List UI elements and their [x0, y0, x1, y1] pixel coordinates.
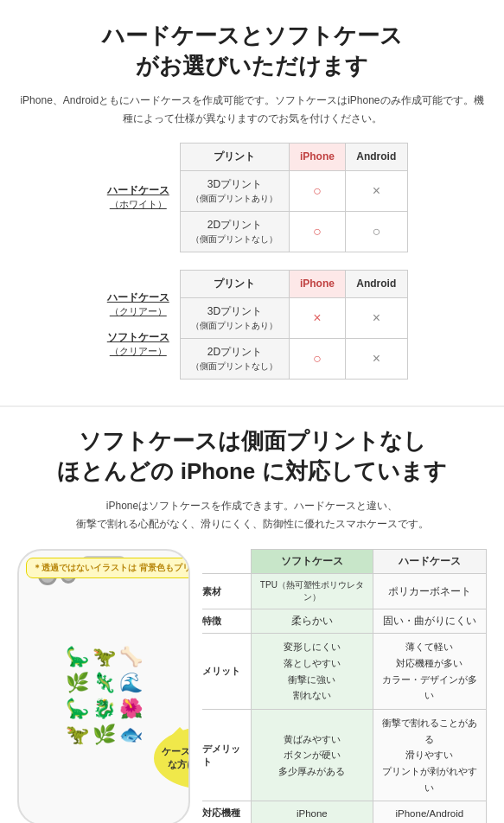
- table1-col-print: プリント: [181, 143, 290, 170]
- soft-device: iPhone: [252, 801, 373, 823]
- table1-col-iphone: iPhone: [289, 143, 345, 170]
- hard-case-header: ハードケース: [373, 550, 486, 574]
- table2-row2-android: ×: [346, 338, 407, 379]
- dino-emoji-1: 🦕: [66, 646, 89, 668]
- content-row: ＊透過ではないイラストは 背景色もプリント 🦕 🦖 🦴 🌿 🦎 🌊 🦕 🐉 🌺 …: [17, 549, 487, 823]
- empty-cell: [202, 550, 252, 574]
- soft-table-wrap: ソフトケース ハードケース 素材 TPU（熱可塑性ポリウレタン） ポリカーボネー…: [202, 549, 487, 823]
- comparison-table2: ハードケース （クリアー） ソフトケース （クリアー） プリント iPhone …: [97, 270, 408, 380]
- table-row: 対応機種 iPhone iPhone/Android: [202, 801, 487, 823]
- phone-image: ＊透過ではないイラストは 背景色もプリント 🦕 🦖 🦴 🌿 🦎 🌊 🦕 🐉 🌺 …: [17, 549, 190, 823]
- soft-hard-comparison-table: ソフトケース ハードケース 素材 TPU（熱可塑性ポリウレタン） ポリカーボネー…: [202, 549, 487, 823]
- row-label-material: 素材: [202, 574, 252, 609]
- dino-emoji-4: 🌿: [66, 672, 89, 694]
- table2-row1-android: ×: [346, 297, 407, 338]
- soft-case-header: ソフトケース: [252, 550, 373, 574]
- table2-row2-iphone: ○: [289, 338, 345, 379]
- row-label-merit: メリット: [202, 634, 252, 710]
- section2-description: iPhoneはソフトケースを作成できます。ハードケースと違い、 衝撃で割れる心配…: [17, 497, 487, 533]
- table2-row2-print: 2Dプリント（側面プリントなし）: [181, 338, 290, 379]
- table1-row1-android: ×: [346, 170, 407, 211]
- phone-area: ＊透過ではないイラストは 背景色もプリント 🦕 🦖 🦴 🌿 🦎 🌊 🦕 🐉 🌺 …: [17, 549, 190, 823]
- dino-emoji-6: 🌊: [119, 672, 143, 694]
- comparison-table1: ハードケース （ホワイト） プリント iPhone Android 3Dプリント…: [97, 143, 408, 252]
- table1-left-label: ハードケース （ホワイト）: [97, 143, 181, 252]
- dino-emoji-7: 🦕: [66, 698, 89, 720]
- table2-block: ハードケース （クリアー） ソフトケース （クリアー） プリント iPhone …: [17, 270, 487, 380]
- dino-emoji-9: 🌺: [119, 698, 143, 720]
- section2: ソフトケースは側面プリントなし ほとんどの iPhone に対応しています iP…: [0, 405, 504, 823]
- section1-title: ハードケースとソフトケース がお選びいただけます: [17, 21, 487, 81]
- section2-title: ソフトケースは側面プリントなし ほとんどの iPhone に対応しています: [17, 426, 487, 487]
- dino-emoji-8: 🐉: [93, 698, 116, 720]
- phone-sticker-note: ＊透過ではないイラストは 背景色もプリント: [26, 558, 190, 578]
- dino-collage: 🦕 🦖 🦴 🌿 🦎 🌊 🦕 🐉 🌺 🦖 🌿 🐟: [57, 620, 151, 755]
- table1-row1-iphone: ○: [289, 170, 345, 211]
- row-label-demerit: デメリット: [202, 709, 252, 801]
- hard-merit: 薄くて軽い対応機種が多いカラー・デザインが多い: [373, 634, 486, 710]
- hard-material: ポリカーボネート: [373, 574, 486, 609]
- dino-emoji-10: 🦖: [66, 724, 89, 746]
- soft-material: TPU（熱可塑性ポリウレタン）: [252, 574, 373, 609]
- dino-emoji-5: 🦎: [93, 672, 116, 694]
- table2-row1-print: 3Dプリント（側面プリントあり）: [181, 297, 290, 338]
- section1: ハードケースとソフトケース がお選びいただけます iPhone、Androidと…: [0, 0, 504, 405]
- dino-emoji-12: 🐟: [119, 724, 143, 746]
- table-row: デメリット 黄ばみやすいボタンが硬い多少厚みがある 衝撃で割れることがある滑りや…: [202, 709, 487, 801]
- table1-row2-print: 2Dプリント（側面プリントなし）: [181, 211, 290, 252]
- table1-row2-iphone: ○: [289, 211, 345, 252]
- hard-demerit: 衝撃で割れることがある滑りやすいプリントが剥がれやすい: [373, 709, 486, 801]
- soft-merit: 変形しにくい落としやすい衝撃に強い割れない: [252, 634, 373, 710]
- balloon-callout: ケースの脱着が 苦手な方におすすめ。: [154, 727, 190, 789]
- table2-row1-iphone: ×: [289, 297, 345, 338]
- table2-left-label: ハードケース （クリアー） ソフトケース （クリアー）: [97, 270, 181, 379]
- hard-feature: 固い・曲がりにくい: [373, 609, 486, 634]
- soft-demerit: 黄ばみやすいボタンが硬い多少厚みがある: [252, 709, 373, 801]
- section1-description: iPhone、Androidともにハードケースを作成可能です。ソフトケースはiP…: [17, 92, 487, 127]
- dino-emoji-11: 🌿: [93, 724, 116, 746]
- table2-col-android: Android: [346, 270, 407, 297]
- table1-block: ハードケース （ホワイト） プリント iPhone Android 3Dプリント…: [17, 143, 487, 252]
- dino-emoji-2: 🦖: [93, 646, 116, 668]
- table2-col-iphone: iPhone: [289, 270, 345, 297]
- table1-col-android: Android: [346, 143, 407, 170]
- table-row: 素材 TPU（熱可塑性ポリウレタン） ポリカーボネート: [202, 574, 487, 609]
- table-row: 特徴 柔らかい 固い・曲がりにくい: [202, 609, 487, 634]
- table1-row1-print: 3Dプリント（側面プリントあり）: [181, 170, 290, 211]
- dino-emoji-3: 🦴: [119, 646, 143, 668]
- row-label-feature: 特徴: [202, 609, 252, 634]
- row-label-device: 対応機種: [202, 801, 252, 823]
- hard-device: iPhone/Android: [373, 801, 486, 823]
- table-row: メリット 変形しにくい落としやすい衝撃に強い割れない 薄くて軽い対応機種が多いカ…: [202, 634, 487, 710]
- table1-row2-android: ○: [346, 211, 407, 252]
- soft-feature: 柔らかい: [252, 609, 373, 634]
- table2-col-print: プリント: [181, 270, 290, 297]
